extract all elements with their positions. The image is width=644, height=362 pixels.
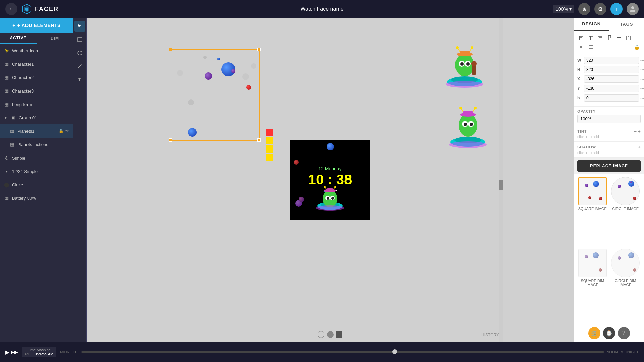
sidebar-item-character3[interactable]: ▦ Character3 [0,84,73,98]
b-input[interactable] [584,94,639,102]
play-button[interactable]: ▶ [5,349,9,355]
help-button[interactable]: ? [618,327,630,339]
rect-tool[interactable] [74,34,85,45]
fast-forward-button[interactable]: ▶▶ [11,349,18,355]
preview-thumb-circle [611,177,640,205]
text-tool[interactable]: T [74,74,85,85]
y-more[interactable]: ••• [640,86,644,90]
shadow-controls: − + [634,144,641,150]
settings-button[interactable]: ⚙ [594,3,606,15]
x-label: X [577,77,583,81]
tint-plus-button[interactable]: + [638,129,641,134]
sidebar-item-longform[interactable]: ▦ Long-form [0,98,73,111]
svg-point-43 [470,123,473,126]
tab-dim[interactable]: DIM [37,33,73,44]
eye-icon[interactable]: 👁 [65,129,69,133]
w-more[interactable]: ••• [640,58,644,62]
indicator-3[interactable] [336,331,342,338]
preview-square-dim-image[interactable]: SQUARE DIM IMAGE [577,249,608,322]
watch-button[interactable]: ⌚ [603,327,615,339]
avatar-button[interactable] [627,3,639,15]
w-input[interactable] [584,57,639,64]
sidebar-item-character1[interactable]: ▦ Character1 [0,57,73,71]
canvas-area[interactable]: 12 Monday 10 : 38 [87,18,574,342]
scrollbar-thumb[interactable] [499,180,503,190]
resize-handle-br[interactable] [257,138,261,142]
timeline[interactable]: MIDNIGHT NOON MIDNIGHT [60,350,639,354]
align-right-button[interactable] [596,34,604,42]
opacity-input[interactable] [577,115,641,123]
h-input[interactable] [584,66,639,73]
lock-proportions-button[interactable]: 🔒 [633,43,641,51]
watch-time-display: 10 : 38 [308,173,352,187]
planet-ball-red [246,85,251,90]
resize-handle-tl[interactable] [169,48,172,51]
sidebar-item-1224-simple[interactable]: ● 12/24 Simple [0,165,73,178]
indicator-1[interactable] [318,331,324,338]
align-center-h-button[interactable] [587,34,595,42]
cursor-tool[interactable] [74,21,85,32]
svg-point-27 [466,62,470,66]
add-elements-button[interactable]: + + ADD ELEMENTS [0,18,73,33]
play-controls: ▶ ▶▶ [5,349,18,355]
x-more[interactable]: ••• [640,77,644,81]
zoom-control[interactable]: 100% ▾ [553,5,574,13]
sidebar-item-weather-icon[interactable]: ☀ Weather Icon [0,44,73,57]
vertical-scrollbar[interactable] [499,18,503,342]
sidebar-item-battery[interactable]: ▦ Battery 80% [0,191,73,205]
circle-tool[interactable] [74,48,85,58]
upload-button[interactable]: ↑ [610,3,623,15]
back-button[interactable]: ← [5,3,17,15]
h-more[interactable]: ••• [640,68,644,72]
rect-yellow-2 [266,145,273,153]
preview-circle-image[interactable]: CIRCLE IMAGE [610,177,641,246]
svg-point-9 [323,190,337,207]
timeline-track[interactable] [81,351,604,353]
preview-circle-dim-image[interactable]: CIRCLE DIM IMAGE [610,249,641,322]
sidebar-tabs: ACTIVE DIM [0,33,73,44]
history-button[interactable]: HISTORY [481,333,499,337]
sidebar-label-simple: Simple [12,156,69,161]
align-dist-h-button[interactable] [624,34,632,42]
svg-point-13 [331,197,334,200]
planet-ball-grey-3 [242,73,249,80]
b-more[interactable]: ••• [640,96,644,100]
resize-handle-bl[interactable] [169,138,172,142]
tint-row: TINT − + [577,129,641,134]
svg-point-5 [78,51,82,55]
sidebar-item-simple[interactable]: ⏱ Simple [0,151,73,165]
lock-icon[interactable]: 🔒 [59,129,64,133]
align-justify-button[interactable] [587,43,595,51]
sidebar-item-group01[interactable]: ▼ ▣ Group 01 [0,111,73,124]
cart-button[interactable]: 🛒 [588,327,600,339]
sidebar-label-planets-actions: Planets_actions [17,142,69,147]
tab-design[interactable]: DESIGN [574,18,609,31]
indicator-2[interactable] [327,331,334,338]
y-input[interactable] [584,85,639,92]
x-input[interactable] [584,75,639,83]
svg-point-3 [631,6,634,9]
sidebar-item-planets-actions[interactable]: ▦ Planets_actions [0,138,73,151]
timeline-knob[interactable] [392,349,397,354]
share-button[interactable]: ⊕ [578,3,590,15]
tint-minus-button[interactable]: − [634,129,637,134]
shadow-minus-button[interactable]: − [634,144,637,150]
shadow-plus-button[interactable]: + [638,144,641,150]
preview-square-image[interactable]: SQUARE IMAGE [577,177,608,246]
align-top-button[interactable] [605,34,613,42]
tab-active[interactable]: ACTIVE [0,33,37,44]
line-tool[interactable] [74,61,85,72]
align-dist-v-button[interactable] [577,43,585,51]
sidebar-item-planets1[interactable]: ▦ Planets1 🔒 👁 [0,124,73,138]
watch-face-name[interactable]: Watch Face name [300,6,343,12]
image-icon-longform: ▦ [4,102,9,107]
sidebar-item-circle[interactable]: ⬤ Circle [0,178,73,191]
align-middle-button[interactable] [615,34,623,42]
selection-overlay [170,49,260,141]
sidebar-item-character2[interactable]: ▦ Character2 [0,71,73,84]
align-left-button[interactable] [577,34,585,42]
resize-handle-tr[interactable] [257,48,261,51]
left-sidebar: + + ADD ELEMENTS ACTIVE DIM ☀ Weather Ic… [0,18,73,342]
replace-image-button[interactable]: REPLACE IMAGE [577,160,641,172]
tab-tags[interactable]: TAGS [609,18,644,31]
